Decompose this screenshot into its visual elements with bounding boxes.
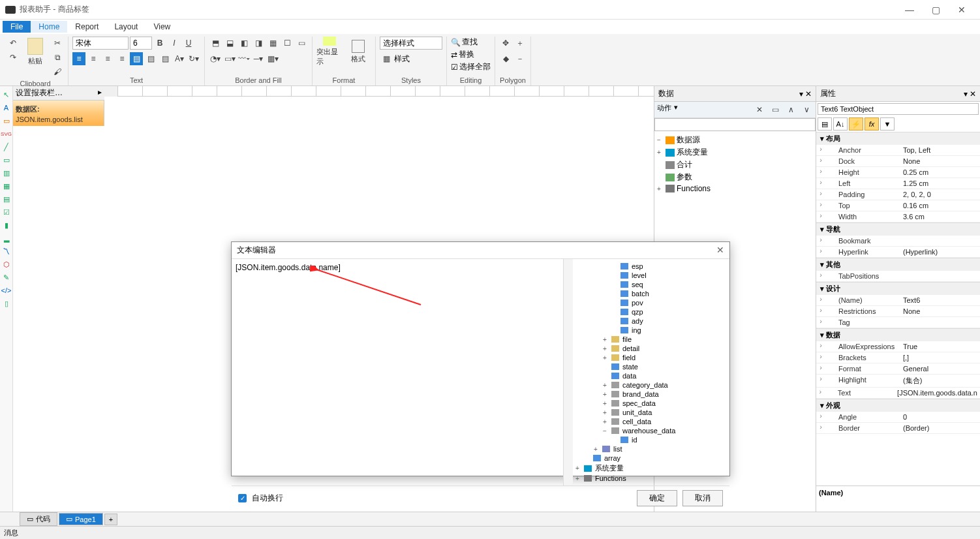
italic-button[interactable]: I xyxy=(168,37,181,50)
cancel-button[interactable]: 取消 xyxy=(682,490,723,506)
prop-row[interactable]: ›Width3.6 cm xyxy=(816,211,980,223)
tool-text[interactable]: A xyxy=(2,103,11,112)
prop-value[interactable]: (Border) xyxy=(900,423,980,433)
prop-value[interactable]: [,] xyxy=(900,352,980,363)
prop-row[interactable]: ›Border(Border) xyxy=(816,423,980,434)
tool-picture[interactable]: ▭ xyxy=(2,116,11,125)
tree-node[interactable]: batch xyxy=(575,289,727,298)
dialog-data-tree[interactable]: esplevelseqbatchpovqzpadying+file+detail… xyxy=(573,259,729,485)
prop-categorized-button[interactable]: ▤ xyxy=(818,117,832,131)
minimize-button[interactable]: — xyxy=(896,1,923,19)
prop-row[interactable]: ›Height0.25 cm xyxy=(816,167,980,178)
prop-row[interactable]: ›Hyperlink(Hyperlink) xyxy=(816,247,980,258)
tree-node[interactable]: level xyxy=(575,271,727,280)
prop-row[interactable]: ›DockNone xyxy=(816,156,980,167)
prop-value[interactable]: [JSON.item.goods.data.n xyxy=(895,388,980,398)
tree-node[interactable]: data xyxy=(575,371,727,380)
prop-row[interactable]: ›FormatGeneral xyxy=(816,363,980,375)
menu-layout[interactable]: Layout xyxy=(106,21,145,33)
tree-node[interactable]: seq xyxy=(575,280,727,289)
tree-node[interactable]: +detail xyxy=(575,344,727,353)
prop-value[interactable]: (Hyperlink) xyxy=(900,247,980,257)
prop-row[interactable]: ›Padding2, 0, 2, 0 xyxy=(816,189,980,200)
highlight-button[interactable]: 突出显示 xyxy=(316,37,343,67)
tree-node[interactable]: +brand_data xyxy=(575,390,727,399)
poly-move-button[interactable]: ✥ xyxy=(499,37,512,50)
prop-category[interactable]: ▾ 外观 xyxy=(816,399,980,412)
tree-node[interactable]: ing xyxy=(575,326,727,335)
format-painter-button[interactable]: 🖌 xyxy=(51,65,64,78)
cut-button[interactable]: ✂ xyxy=(51,37,64,50)
style-select[interactable] xyxy=(380,37,442,50)
fill-color-button[interactable]: ◔▾ xyxy=(209,52,222,65)
tool-cell[interactable]: ⬡ xyxy=(2,260,11,269)
prop-row[interactable]: ›RestrictionsNone xyxy=(816,306,980,317)
data-search-input[interactable] xyxy=(654,118,816,131)
data-down-button[interactable]: ∨ xyxy=(800,103,813,116)
configure-bands-button[interactable]: 设置报表栏… xyxy=(16,87,63,99)
tree-params[interactable]: 参数 xyxy=(677,172,692,183)
tool-barcode[interactable]: ▥ xyxy=(2,168,11,177)
tool-line[interactable]: ╱ xyxy=(2,142,11,151)
prop-value[interactable]: None xyxy=(900,306,980,316)
prop-row[interactable]: ›Bookmark xyxy=(816,236,980,247)
actions-dropdown[interactable]: 动作 xyxy=(657,103,671,116)
tool-richtext[interactable]: ✎ xyxy=(2,273,11,282)
tree-node[interactable]: +category_data xyxy=(575,380,727,390)
line-width-button[interactable]: 〰▾ xyxy=(237,52,251,65)
valign-top-button[interactable]: ▤ xyxy=(130,52,143,65)
prop-value[interactable]: 0.25 cm xyxy=(900,167,980,177)
editor-scrollbar[interactable] xyxy=(564,259,573,485)
tree-node[interactable]: +list xyxy=(575,444,727,454)
font-name-select[interactable] xyxy=(72,37,129,50)
prop-category[interactable]: ▾ 导航 xyxy=(816,223,980,236)
format-button[interactable]: 格式 xyxy=(345,37,371,67)
prop-category[interactable]: ▾ 其他 xyxy=(816,258,980,271)
prop-value[interactable]: 3.6 cm xyxy=(900,211,980,222)
prop-row[interactable]: ›Left1.25 cm xyxy=(816,178,980,189)
border-outer-button[interactable]: ▭ xyxy=(295,37,308,50)
menu-report[interactable]: Report xyxy=(67,21,106,33)
data-add-button[interactable]: ✕ xyxy=(753,103,766,116)
menu-view[interactable]: View xyxy=(145,21,178,33)
border-left-button[interactable]: ◧ xyxy=(237,37,251,50)
font-size-select[interactable] xyxy=(130,37,152,50)
prop-filter-button[interactable]: ▼ xyxy=(880,117,895,131)
expression-editor[interactable]: [JSON.item.goods.data.name] xyxy=(232,259,564,485)
menu-file[interactable]: File xyxy=(3,21,31,33)
poly-del-button[interactable]: － xyxy=(513,52,527,65)
poly-add-button[interactable]: ＋ xyxy=(513,37,527,50)
tool-pointer[interactable]: ↖ xyxy=(2,90,11,99)
align-right-button[interactable]: ≡ xyxy=(101,52,114,65)
prop-value[interactable]: None xyxy=(900,156,980,166)
border-bottom-button[interactable]: ⬓ xyxy=(223,37,236,50)
tree-node[interactable]: +field xyxy=(575,353,727,362)
redo-button[interactable]: ↷ xyxy=(7,51,20,64)
copy-button[interactable]: ⧉ xyxy=(51,51,64,64)
tree-sysvar[interactable]: 系统变量 xyxy=(677,147,708,158)
prop-value[interactable]: 0.16 cm xyxy=(900,200,980,211)
props-object-select[interactable]: Text6 TextObject xyxy=(818,103,979,115)
tree-node[interactable]: pov xyxy=(575,298,727,307)
dialog-close-button[interactable]: ✕ xyxy=(716,245,724,256)
props-collapse-icon[interactable]: ▾ ✕ xyxy=(964,89,976,99)
tool-chart[interactable]: ▮ xyxy=(2,221,11,230)
prop-value[interactable]: 2, 0, 2, 0 xyxy=(900,189,980,200)
prop-row[interactable]: ›Highlight(集合) xyxy=(816,375,980,388)
tool-svg[interactable]: SVG xyxy=(2,129,11,138)
prop-value[interactable]: 0 xyxy=(900,412,980,422)
border-none-button[interactable]: ☐ xyxy=(281,37,294,50)
border-all-button[interactable]: ▦ xyxy=(266,37,279,50)
tab-code[interactable]: ▭代码 xyxy=(20,512,57,526)
maximize-button[interactable]: ▢ xyxy=(923,1,949,19)
valign-mid-button[interactable]: ▤ xyxy=(144,52,157,65)
prop-value[interactable]: General xyxy=(900,363,980,374)
tab-page1[interactable]: ▭Page1 xyxy=(59,513,103,525)
prop-value[interactable]: 1.25 cm xyxy=(900,178,980,189)
tool-shape[interactable]: ▭ xyxy=(2,155,11,164)
undo-button[interactable]: ↶ xyxy=(7,37,20,50)
paste-button[interactable]: 粘贴 xyxy=(22,37,48,67)
cell-style-button[interactable]: ▦▾ xyxy=(266,52,279,65)
tree-node[interactable]: +unit_data xyxy=(575,408,727,417)
border-right-button[interactable]: ◨ xyxy=(252,37,265,50)
